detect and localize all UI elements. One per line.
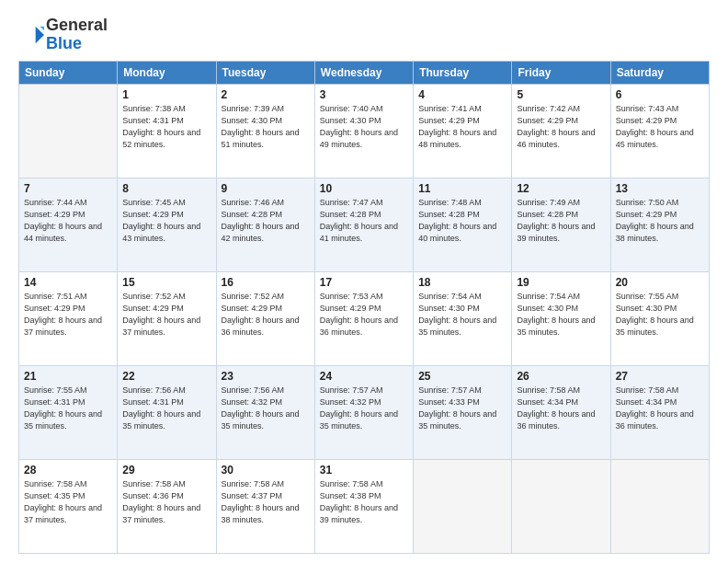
calendar-day-cell (512, 459, 610, 553)
day-number: 30 (222, 464, 310, 477)
weekday-header-cell: Thursday (414, 61, 512, 84)
calendar-day-cell: 5Sunrise: 7:42 AMSunset: 4:29 PMDaylight… (512, 84, 610, 178)
calendar-day-cell: 1Sunrise: 7:38 AMSunset: 4:31 PMDaylight… (118, 84, 216, 178)
day-number: 14 (24, 276, 112, 289)
calendar-day-cell (414, 459, 512, 553)
day-info: Sunrise: 7:55 AMSunset: 4:31 PMDaylight:… (24, 385, 112, 432)
calendar-day-cell (19, 84, 118, 178)
day-info: Sunrise: 7:52 AMSunset: 4:29 PMDaylight:… (222, 291, 310, 339)
calendar-day-cell: 18Sunrise: 7:54 AMSunset: 4:30 PMDayligh… (414, 271, 512, 365)
day-info: Sunrise: 7:50 AMSunset: 4:29 PMDaylight:… (616, 197, 704, 245)
weekday-header-cell: Sunday (19, 61, 118, 84)
day-number: 23 (222, 370, 310, 383)
day-info: Sunrise: 7:54 AMSunset: 4:30 PMDaylight:… (418, 291, 506, 339)
day-number: 5 (517, 88, 605, 101)
day-info: Sunrise: 7:51 AMSunset: 4:29 PMDaylight:… (24, 291, 112, 339)
day-number: 24 (320, 370, 408, 383)
day-number: 12 (517, 182, 605, 195)
calendar-day-cell: 14Sunrise: 7:51 AMSunset: 4:29 PMDayligh… (19, 271, 118, 365)
calendar-day-cell: 23Sunrise: 7:56 AMSunset: 4:32 PMDayligh… (216, 365, 314, 459)
day-number: 17 (320, 276, 408, 289)
calendar-body: 1Sunrise: 7:38 AMSunset: 4:31 PMDaylight… (19, 84, 710, 553)
calendar-week-row: 7Sunrise: 7:44 AMSunset: 4:29 PMDaylight… (19, 178, 710, 271)
day-number: 1 (122, 88, 210, 101)
day-number: 15 (122, 276, 210, 289)
day-number: 16 (222, 276, 310, 289)
day-number: 7 (24, 182, 112, 195)
weekday-header-cell: Friday (512, 61, 610, 84)
day-info: Sunrise: 7:43 AMSunset: 4:29 PMDaylight:… (616, 103, 704, 151)
logo-general: General (46, 16, 108, 34)
day-number: 27 (616, 370, 704, 383)
calendar-day-cell (610, 459, 709, 553)
day-number: 11 (418, 182, 506, 195)
calendar-day-cell: 28Sunrise: 7:58 AMSunset: 4:35 PMDayligh… (19, 459, 118, 553)
day-number: 9 (222, 182, 310, 195)
calendar-day-cell: 27Sunrise: 7:58 AMSunset: 4:34 PMDayligh… (610, 365, 709, 459)
logo-icon (18, 22, 44, 48)
day-info: Sunrise: 7:58 AMSunset: 4:38 PMDaylight:… (320, 478, 408, 526)
calendar-week-row: 1Sunrise: 7:38 AMSunset: 4:31 PMDaylight… (19, 84, 710, 178)
calendar-day-cell: 20Sunrise: 7:55 AMSunset: 4:30 PMDayligh… (610, 271, 709, 365)
calendar-day-cell: 3Sunrise: 7:40 AMSunset: 4:30 PMDaylight… (314, 84, 413, 178)
calendar-day-cell: 2Sunrise: 7:39 AMSunset: 4:30 PMDaylight… (216, 84, 314, 178)
day-info: Sunrise: 7:58 AMSunset: 4:34 PMDaylight:… (517, 385, 605, 432)
calendar-day-cell: 10Sunrise: 7:47 AMSunset: 4:28 PMDayligh… (314, 178, 413, 271)
day-info: Sunrise: 7:42 AMSunset: 4:29 PMDaylight:… (517, 103, 605, 151)
calendar-day-cell: 29Sunrise: 7:58 AMSunset: 4:36 PMDayligh… (118, 459, 216, 553)
day-info: Sunrise: 7:46 AMSunset: 4:28 PMDaylight:… (222, 197, 310, 245)
day-number: 2 (222, 88, 310, 101)
calendar-day-cell: 19Sunrise: 7:54 AMSunset: 4:30 PMDayligh… (512, 271, 610, 365)
day-info: Sunrise: 7:45 AMSunset: 4:29 PMDaylight:… (122, 197, 210, 245)
day-number: 6 (616, 88, 704, 101)
page: General Blue SundayMondayTuesdayWednesda… (0, 0, 728, 563)
day-info: Sunrise: 7:58 AMSunset: 4:36 PMDaylight:… (122, 478, 210, 526)
calendar-day-cell: 16Sunrise: 7:52 AMSunset: 4:29 PMDayligh… (216, 271, 314, 365)
logo: General Blue (18, 17, 108, 53)
day-number: 8 (122, 182, 210, 195)
logo-text: General Blue (46, 17, 108, 53)
calendar-day-cell: 22Sunrise: 7:56 AMSunset: 4:31 PMDayligh… (118, 365, 216, 459)
day-info: Sunrise: 7:58 AMSunset: 4:35 PMDaylight:… (24, 478, 112, 526)
day-info: Sunrise: 7:48 AMSunset: 4:28 PMDaylight:… (418, 197, 506, 245)
day-number: 18 (418, 276, 506, 289)
calendar-day-cell: 11Sunrise: 7:48 AMSunset: 4:28 PMDayligh… (414, 178, 512, 271)
calendar-day-cell: 12Sunrise: 7:49 AMSunset: 4:28 PMDayligh… (512, 178, 610, 271)
header: General Blue (18, 17, 710, 53)
weekday-header-cell: Monday (118, 61, 216, 84)
weekday-header-cell: Wednesday (314, 61, 413, 84)
day-info: Sunrise: 7:58 AMSunset: 4:37 PMDaylight:… (222, 478, 310, 526)
calendar-day-cell: 8Sunrise: 7:45 AMSunset: 4:29 PMDaylight… (118, 178, 216, 271)
day-info: Sunrise: 7:54 AMSunset: 4:30 PMDaylight:… (517, 291, 605, 339)
day-info: Sunrise: 7:40 AMSunset: 4:30 PMDaylight:… (320, 103, 408, 151)
day-info: Sunrise: 7:39 AMSunset: 4:30 PMDaylight:… (222, 103, 310, 151)
day-number: 31 (320, 464, 408, 477)
day-info: Sunrise: 7:49 AMSunset: 4:28 PMDaylight:… (517, 197, 605, 245)
day-number: 3 (320, 88, 408, 101)
day-number: 21 (24, 370, 112, 383)
calendar-day-cell: 17Sunrise: 7:53 AMSunset: 4:29 PMDayligh… (314, 271, 413, 365)
day-number: 25 (418, 370, 506, 383)
calendar-day-cell: 13Sunrise: 7:50 AMSunset: 4:29 PMDayligh… (610, 178, 709, 271)
day-info: Sunrise: 7:38 AMSunset: 4:31 PMDaylight:… (122, 103, 210, 151)
calendar-day-cell: 24Sunrise: 7:57 AMSunset: 4:32 PMDayligh… (314, 365, 413, 459)
day-number: 13 (616, 182, 704, 195)
day-info: Sunrise: 7:44 AMSunset: 4:29 PMDaylight:… (24, 197, 112, 245)
day-info: Sunrise: 7:57 AMSunset: 4:32 PMDaylight:… (320, 385, 408, 432)
day-number: 26 (517, 370, 605, 383)
day-number: 22 (122, 370, 210, 383)
calendar-day-cell: 21Sunrise: 7:55 AMSunset: 4:31 PMDayligh… (19, 365, 118, 459)
day-number: 20 (616, 276, 704, 289)
day-info: Sunrise: 7:56 AMSunset: 4:31 PMDaylight:… (122, 385, 210, 432)
day-info: Sunrise: 7:47 AMSunset: 4:28 PMDaylight:… (320, 197, 408, 245)
day-number: 19 (517, 276, 605, 289)
day-number: 29 (122, 464, 210, 477)
calendar-table: SundayMondayTuesdayWednesdayThursdayFrid… (18, 61, 710, 554)
calendar-day-cell: 7Sunrise: 7:44 AMSunset: 4:29 PMDaylight… (19, 178, 118, 271)
day-info: Sunrise: 7:58 AMSunset: 4:34 PMDaylight:… (616, 385, 704, 432)
day-info: Sunrise: 7:41 AMSunset: 4:29 PMDaylight:… (418, 103, 506, 151)
day-info: Sunrise: 7:55 AMSunset: 4:30 PMDaylight:… (616, 291, 704, 339)
weekday-header-cell: Tuesday (216, 61, 314, 84)
day-info: Sunrise: 7:56 AMSunset: 4:32 PMDaylight:… (222, 385, 310, 432)
calendar-day-cell: 25Sunrise: 7:57 AMSunset: 4:33 PMDayligh… (414, 365, 512, 459)
